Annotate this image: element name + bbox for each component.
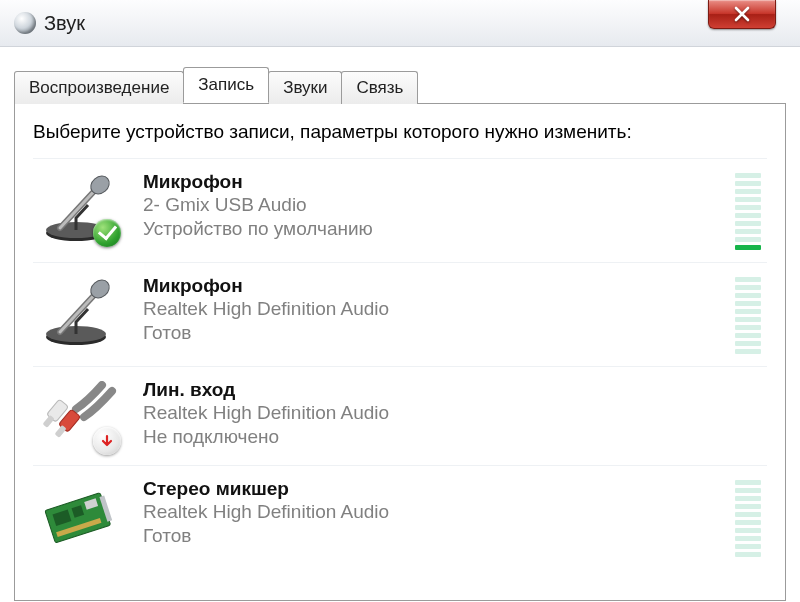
unplugged-badge-icon	[93, 427, 121, 455]
device-row[interactable]: Микрофон Realtek High Definition Audio Г…	[33, 263, 767, 367]
device-text: Лин. вход Realtek High Definition Audio …	[143, 379, 723, 449]
level-meter	[735, 379, 761, 381]
instruction-text: Выберите устройство записи, параметры ко…	[33, 120, 767, 144]
dialog-body: Воспроизведение Запись Звуки Связь Выбер…	[0, 47, 800, 601]
device-icon-microphone	[35, 171, 125, 245]
device-name: Лин. вход	[143, 379, 723, 401]
tab-playback[interactable]: Воспроизведение	[14, 71, 184, 104]
device-name: Стерео микшер	[143, 478, 723, 500]
level-meter	[735, 478, 761, 557]
device-name: Микрофон	[143, 171, 723, 193]
device-status: Устройство по умолчанию	[143, 217, 723, 241]
device-icon-microphone	[35, 275, 125, 349]
device-subtitle: Realtek High Definition Audio	[143, 401, 723, 425]
device-list: Микрофон 2- Gmix USB Audio Устройство по…	[33, 158, 767, 569]
device-text: Микрофон Realtek High Definition Audio Г…	[143, 275, 723, 345]
tab-recording[interactable]: Запись	[183, 67, 269, 103]
device-name: Микрофон	[143, 275, 723, 297]
device-row[interactable]: Стерео микшер Realtek High Definition Au…	[33, 466, 767, 569]
app-icon	[14, 12, 36, 34]
titlebar: Звук	[0, 0, 800, 47]
device-subtitle: Realtek High Definition Audio	[143, 500, 723, 524]
level-meter	[735, 275, 761, 354]
tabstrip: Воспроизведение Запись Звуки Связь	[14, 67, 786, 103]
device-status: Готов	[143, 321, 723, 345]
tab-sounds[interactable]: Звуки	[268, 71, 342, 104]
tab-panel-recording: Выберите устройство записи, параметры ко…	[14, 103, 786, 601]
tab-communications[interactable]: Связь	[341, 71, 418, 104]
device-text: Стерео микшер Realtek High Definition Au…	[143, 478, 723, 548]
device-subtitle: Realtek High Definition Audio	[143, 297, 723, 321]
device-status: Готов	[143, 524, 723, 548]
default-device-badge-icon	[93, 219, 121, 247]
device-row[interactable]: Микрофон 2- Gmix USB Audio Устройство по…	[33, 159, 767, 263]
device-subtitle: 2- Gmix USB Audio	[143, 193, 723, 217]
window-title: Звук	[44, 12, 85, 35]
close-icon	[733, 5, 751, 23]
device-icon-line-in	[35, 379, 125, 453]
device-icon-sound-card	[35, 478, 125, 552]
level-meter	[735, 171, 761, 250]
device-status: Не подключено	[143, 425, 723, 449]
device-text: Микрофон 2- Gmix USB Audio Устройство по…	[143, 171, 723, 241]
device-row[interactable]: Лин. вход Realtek High Definition Audio …	[33, 367, 767, 466]
close-button[interactable]	[708, 0, 776, 29]
